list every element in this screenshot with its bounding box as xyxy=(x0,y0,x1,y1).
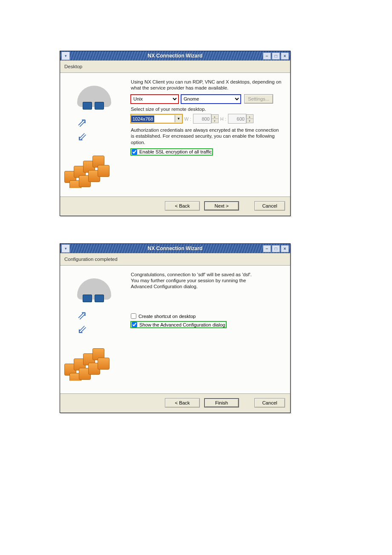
finish-button[interactable]: Finish xyxy=(204,398,239,408)
size-label: Select size of your remote desktop. xyxy=(131,106,282,112)
back-button[interactable]: < Back xyxy=(165,398,200,408)
intro-text: Using NX Client you can run RDP, VNC and… xyxy=(131,79,282,91)
next-button[interactable]: Next > xyxy=(204,201,239,211)
shortcut-checkbox[interactable] xyxy=(131,313,136,319)
step-title: Desktop xyxy=(60,61,290,72)
ssl-checkbox[interactable] xyxy=(132,149,137,155)
advanced-config-checkbox-label: Show the Advanced Configuration dialog xyxy=(139,322,225,327)
wizard-illustration: ⇗⇙ xyxy=(60,266,128,393)
height-label: H : xyxy=(220,116,226,121)
ssl-checkbox-label: Enable SSL encryption of all traffic xyxy=(139,149,212,154)
content-panel: ⇗⇙ Congratulations, connection to 'sdf' … xyxy=(60,265,290,394)
resolution-dropdown-arrow-icon[interactable]: ▼ xyxy=(175,115,182,122)
nx-wizard-completed-step: ▾ NX Connection Wizard − □ × Configurati… xyxy=(60,243,291,413)
window-title: NX Connection Wizard xyxy=(60,246,290,251)
resolution-value[interactable]: 1024x768 xyxy=(131,116,154,122)
width-label: W : xyxy=(184,116,191,121)
wizard-illustration: ⇗⇙ xyxy=(60,73,128,197)
width-field xyxy=(193,114,211,124)
wizard-footer: < Back Finish Cancel xyxy=(60,394,290,413)
window-title: NX Connection Wizard xyxy=(60,53,290,59)
form-area: Using NX Client you can run RDP, VNC and… xyxy=(128,73,290,197)
advanced-config-checkbox[interactable] xyxy=(132,322,137,327)
auth-note: Authorization credentials are always enc… xyxy=(131,127,282,145)
width-spinner: ▴▾ xyxy=(211,114,219,123)
cancel-button[interactable]: Cancel xyxy=(254,201,285,211)
advanced-config-checkbox-row[interactable]: Show the Advanced Configuration dialog xyxy=(132,322,225,327)
shortcut-checkbox-row[interactable]: Create shortcut on desktop xyxy=(131,313,196,319)
titlebar[interactable]: ▾ NX Connection Wizard − □ × xyxy=(60,244,290,253)
shortcut-checkbox-label: Create shortcut on desktop xyxy=(138,314,196,319)
nx-wizard-desktop-step: ▾ NX Connection Wizard − □ × Desktop ⇗⇙ xyxy=(60,51,291,216)
settings-button: Settings... xyxy=(244,94,273,104)
wizard-footer: < Back Next > Cancel xyxy=(60,197,290,216)
ssl-checkbox-row[interactable]: Enable SSL encryption of all traffic xyxy=(132,149,212,155)
content-panel: ⇗⇙ Using NX Client you can run RDP, VNC … xyxy=(60,72,290,197)
os-select[interactable]: Unix xyxy=(131,95,179,104)
congrats-text: Congratulations, connection to 'sdf' wil… xyxy=(131,272,259,289)
height-field xyxy=(228,114,246,124)
form-area: Congratulations, connection to 'sdf' wil… xyxy=(128,266,290,393)
step-title: Configuration completed xyxy=(60,253,290,265)
desktop-env-select[interactable]: Gnome xyxy=(181,95,241,104)
back-button[interactable]: < Back xyxy=(165,201,200,211)
titlebar[interactable]: ▾ NX Connection Wizard − □ × xyxy=(60,51,290,61)
cancel-button[interactable]: Cancel xyxy=(254,398,285,408)
height-spinner: ▴▾ xyxy=(246,114,254,123)
